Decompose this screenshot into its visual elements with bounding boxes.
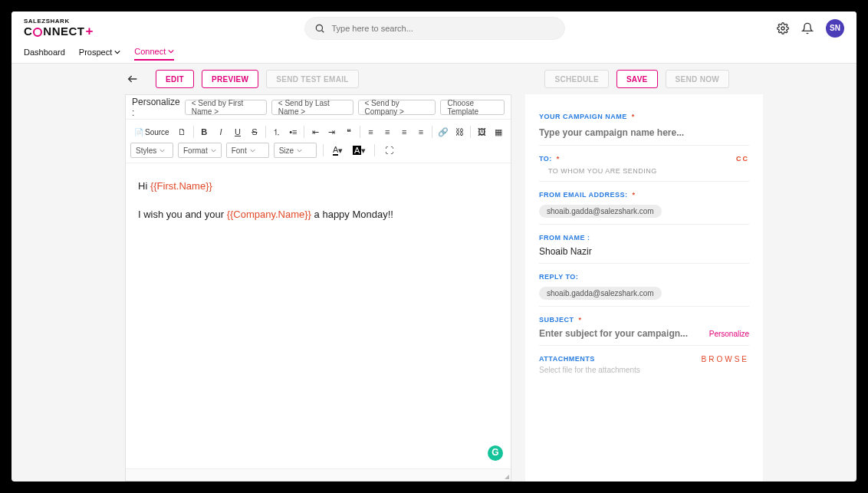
styles-combo[interactable]: Styles bbox=[130, 143, 173, 158]
numbered-list-icon[interactable]: ⒈ bbox=[269, 124, 284, 140]
svg-line-1 bbox=[322, 30, 324, 32]
bullet-list-icon[interactable]: •≡ bbox=[285, 124, 301, 140]
back-button[interactable] bbox=[123, 70, 142, 88]
nav-connect[interactable]: Connect bbox=[134, 47, 174, 61]
header: SALEZSHARK CNNECT+ SN Dashboard Pro bbox=[12, 12, 856, 64]
from-name-value[interactable]: Shoaib Nazir bbox=[539, 246, 749, 257]
bold-icon[interactable]: B bbox=[196, 124, 212, 140]
campaign-form: YOUR CAMPAIGN NAME * TO: *CC TO WHOM YOU… bbox=[525, 94, 763, 481]
personalize-link[interactable]: Personalize bbox=[709, 330, 749, 338]
personalize-label: Personalize : bbox=[132, 97, 180, 118]
preview-button[interactable]: PREVIEW bbox=[202, 70, 258, 88]
align-center-icon[interactable]: ≡ bbox=[380, 124, 395, 140]
svg-point-2 bbox=[781, 27, 784, 30]
unlink-icon[interactable]: ⛓ bbox=[452, 124, 468, 140]
link-icon[interactable]: 🔗 bbox=[436, 124, 451, 140]
browse-button[interactable]: BROWSE bbox=[702, 355, 749, 363]
from-email-label: FROM EMAIL ADDRESS: * bbox=[539, 191, 749, 199]
schedule-button: SCHEDULE bbox=[544, 70, 608, 88]
to-placeholder[interactable]: TO WHOM YOU ARE SENDING bbox=[539, 167, 749, 175]
font-combo[interactable]: Font bbox=[226, 143, 269, 158]
main-nav: Dashboard Prospect Connect bbox=[12, 44, 856, 63]
bell-icon[interactable] bbox=[801, 22, 814, 35]
choose-template-button[interactable]: Choose Template bbox=[440, 100, 505, 115]
campaign-name-label: YOUR CAMPAIGN NAME * bbox=[539, 113, 749, 120]
reply-to-label: REPLY TO: bbox=[539, 273, 749, 281]
company-name-token: {{Company.Name}} bbox=[227, 209, 311, 220]
nav-prospect[interactable]: Prospect bbox=[79, 48, 120, 60]
resize-handle[interactable] bbox=[126, 468, 511, 481]
attachments-label: ATTACHMENTS bbox=[539, 355, 640, 363]
maximize-icon[interactable]: ⛶ bbox=[381, 143, 398, 158]
svg-point-0 bbox=[317, 25, 323, 31]
editor-body[interactable]: Hi {{First.Name}} I wish you and your {{… bbox=[126, 163, 511, 468]
italic-icon[interactable]: I bbox=[213, 124, 229, 140]
settings-icon[interactable] bbox=[777, 22, 789, 35]
cc-button[interactable]: CC bbox=[736, 155, 749, 163]
avatar[interactable]: SN bbox=[826, 19, 844, 38]
strike-icon[interactable]: S bbox=[247, 124, 262, 140]
nav-dashboard[interactable]: Dashboard bbox=[24, 48, 65, 60]
bg-color-icon[interactable]: A▾ bbox=[351, 143, 368, 158]
new-page-icon[interactable]: 🗋 bbox=[175, 124, 190, 140]
indent-icon[interactable]: ⇥ bbox=[324, 124, 340, 140]
align-justify-icon[interactable]: ≡ bbox=[413, 124, 429, 140]
table-icon[interactable]: ▦ bbox=[491, 124, 506, 140]
reply-to-chip[interactable]: shoaib.gadda@salezshark.com bbox=[539, 287, 662, 300]
align-right-icon[interactable]: ≡ bbox=[396, 124, 412, 140]
align-left-icon[interactable]: ≡ bbox=[363, 124, 379, 140]
from-email-chip[interactable]: shoaib.gadda@salezshark.com bbox=[539, 205, 662, 218]
quote-icon[interactable]: ❝ bbox=[341, 124, 357, 140]
source-button[interactable]: 📄 Source bbox=[130, 124, 173, 140]
size-combo[interactable]: Size bbox=[274, 143, 317, 158]
subject-input[interactable] bbox=[539, 328, 709, 339]
chevron-down-icon bbox=[168, 48, 174, 54]
from-name-label: FROM NAME : bbox=[539, 234, 749, 242]
insert-last-name-button[interactable]: < Send by Last Name > bbox=[271, 100, 353, 115]
campaign-name-input[interactable] bbox=[539, 127, 749, 138]
to-label: TO: * bbox=[539, 155, 560, 163]
personalize-toolbar: Personalize : < Send by First Name > < S… bbox=[126, 95, 511, 120]
editor-panel: Personalize : < Send by First Name > < S… bbox=[125, 94, 511, 481]
subject-label: SUBJECT * bbox=[539, 316, 749, 324]
send-test-button: SEND TEST EMAIL bbox=[266, 70, 359, 88]
first-name-token: {{First.Name}} bbox=[150, 180, 212, 192]
edit-button[interactable]: EDIT bbox=[156, 70, 194, 88]
outdent-icon[interactable]: ⇤ bbox=[307, 124, 323, 140]
format-combo[interactable]: Format bbox=[178, 143, 222, 158]
send-now-button: SEND NOW bbox=[666, 70, 729, 88]
search-icon bbox=[314, 23, 325, 34]
search-input-container[interactable] bbox=[304, 17, 565, 40]
insert-first-name-button[interactable]: < Send by First Name > bbox=[185, 100, 267, 115]
search-input[interactable] bbox=[331, 24, 555, 33]
image-icon[interactable]: 🖼 bbox=[474, 124, 489, 140]
chevron-down-icon bbox=[114, 49, 120, 55]
text-color-icon[interactable]: A▾ bbox=[330, 143, 347, 158]
insert-company-button[interactable]: < Send by Company > bbox=[358, 100, 436, 115]
action-toolbar: EDIT PREVIEW SEND TEST EMAIL SCHEDULE SA… bbox=[12, 64, 856, 94]
underline-icon[interactable]: U bbox=[230, 124, 245, 140]
attachments-text: Select file for the attachments bbox=[539, 366, 640, 374]
save-button[interactable]: SAVE bbox=[616, 70, 658, 88]
arrow-left-icon bbox=[127, 73, 139, 85]
rte-toolbar: 📄 Source 🗋 B I U S ⒈ •≡ ⇤ ⇥ ❝ bbox=[126, 120, 511, 163]
logo[interactable]: SALEZSHARK CNNECT+ bbox=[24, 18, 94, 38]
grammarly-icon[interactable]: G bbox=[488, 445, 503, 461]
